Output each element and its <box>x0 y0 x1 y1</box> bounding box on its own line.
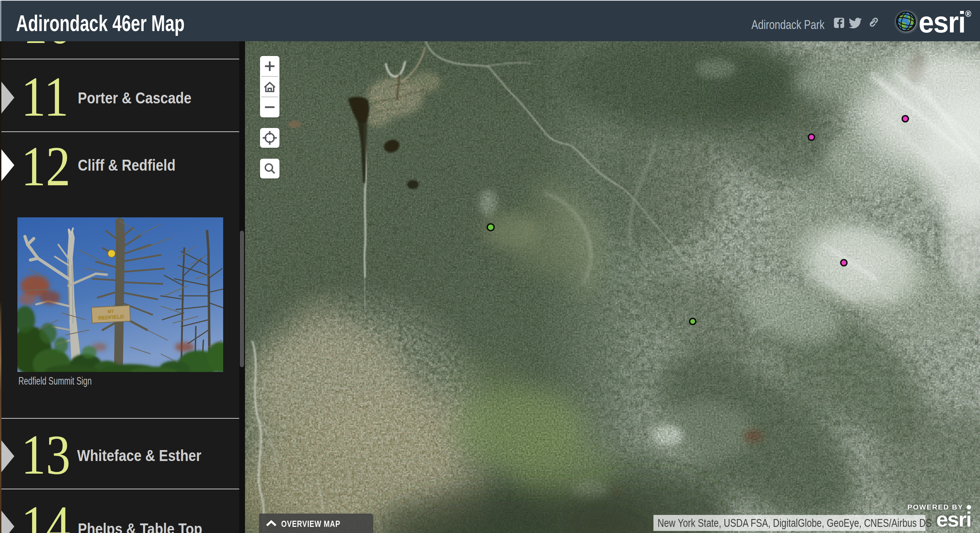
svg-text:MT: MT <box>108 309 114 314</box>
